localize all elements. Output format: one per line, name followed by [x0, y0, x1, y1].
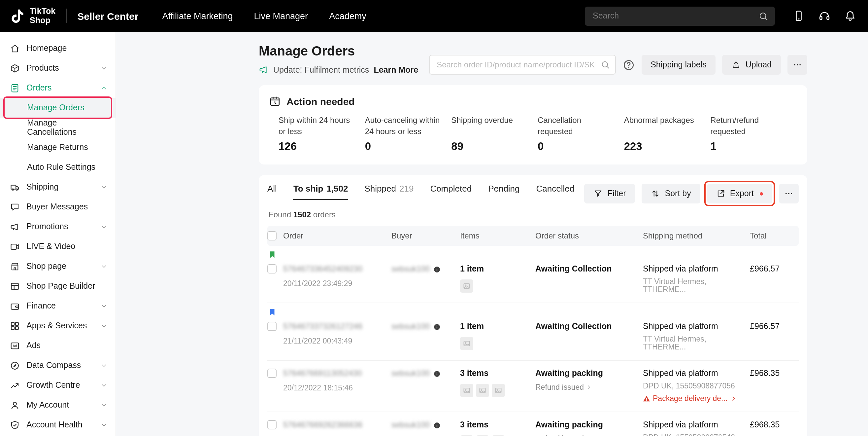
- nav-affiliate-marketing[interactable]: Affiliate Marketing: [162, 11, 233, 21]
- order-date: 21/11/2022 00:43:49: [283, 337, 385, 345]
- tab-cancelled[interactable]: Cancelled: [536, 184, 575, 201]
- more-button[interactable]: [779, 184, 799, 203]
- shipping-detail: DPD UK, 15505908876548: [643, 433, 743, 436]
- mobile-icon[interactable]: [793, 10, 805, 22]
- row-checkbox[interactable]: [267, 369, 277, 378]
- metric-return-refund-requested[interactable]: Return/refund requested 1: [710, 115, 797, 153]
- shipping-labels-button[interactable]: Shipping labels: [641, 55, 716, 75]
- order-id[interactable]: 576467337326127246: [283, 322, 385, 331]
- sidebar-item-label: Auto Rule Settings: [27, 163, 95, 172]
- sidebar-item-promotions[interactable]: Promotions: [0, 217, 116, 236]
- column-header-order: Order: [283, 231, 392, 240]
- info-icon[interactable]: [433, 370, 441, 378]
- metric-label: Ship within 24 hours or less: [279, 115, 357, 138]
- learn-more-link[interactable]: Learn More: [374, 65, 418, 74]
- sidebar-item-label: Products: [26, 63, 59, 73]
- topbar-divider: [66, 8, 67, 23]
- chevron-down-icon: [100, 401, 107, 409]
- sort-button[interactable]: Sort by: [642, 184, 700, 203]
- select-all-checkbox[interactable]: [267, 231, 277, 240]
- product-thumbnail[interactable]: [492, 384, 505, 397]
- items-cell: 3 items: [460, 420, 535, 436]
- shipping-method: Shipped via platform: [643, 322, 743, 331]
- tab-completed[interactable]: Completed: [430, 184, 472, 201]
- order-id[interactable]: 576467336452409230: [283, 264, 385, 273]
- nav-live-manager[interactable]: Live Manager: [254, 11, 308, 21]
- row-checkbox[interactable]: [267, 420, 277, 429]
- metric-ship-within-24h[interactable]: Ship within 24 hours or less 126: [279, 115, 365, 153]
- headset-icon[interactable]: [818, 10, 830, 22]
- tab-all[interactable]: All: [267, 184, 277, 201]
- sidebar-item-data-compass[interactable]: Data Compass: [0, 355, 116, 375]
- sidebar-item-shop-page[interactable]: Shop page: [0, 256, 116, 276]
- bell-icon[interactable]: [844, 10, 856, 22]
- metric-abnormal-packages[interactable]: Abnormal packages 223: [624, 115, 711, 153]
- sidebar-item-manage-returns[interactable]: Manage Returns: [0, 137, 116, 157]
- upload-button[interactable]: Upload: [722, 55, 781, 75]
- order-search-input[interactable]: [429, 55, 616, 75]
- sidebar-item-shop-page-builder[interactable]: Shop Page Builder: [0, 276, 116, 296]
- refund-issued-link[interactable]: Refund issued: [535, 383, 636, 391]
- info-icon[interactable]: [433, 323, 441, 331]
- megaphone-icon: [259, 65, 269, 75]
- package-delivery-warning[interactable]: Package delivery de...: [643, 395, 743, 402]
- order-id[interactable]: 576467669262366636: [283, 420, 385, 429]
- global-search-input[interactable]: [585, 6, 775, 25]
- tiktok-shop-logo[interactable]: TikTok Shop: [8, 7, 56, 25]
- help-icon[interactable]: [622, 58, 635, 71]
- filter-button[interactable]: Filter: [585, 184, 635, 203]
- sidebar-item-finance[interactable]: Finance: [0, 296, 116, 316]
- nav-academy[interactable]: Academy: [329, 11, 366, 21]
- row-checkbox[interactable]: [267, 264, 277, 273]
- tab-shipped[interactable]: Shipped 219: [365, 184, 414, 201]
- sidebar-item-label: Finance: [26, 301, 56, 311]
- sidebar-item-products[interactable]: Products: [0, 58, 116, 78]
- button-label: Shipping labels: [651, 60, 707, 69]
- sidebar-item-manage-orders[interactable]: Manage Orders: [0, 98, 116, 118]
- sidebar-item-manage-cancellations[interactable]: Manage Cancellations: [0, 118, 116, 137]
- bookmark-icon[interactable]: [268, 250, 277, 259]
- metric-auto-canceling[interactable]: Auto-canceling within 24 hours or less 0: [365, 115, 452, 153]
- info-icon[interactable]: [433, 421, 441, 429]
- status-cell: Awaiting Collection: [535, 322, 643, 331]
- shipping-cell: Shipped via platform DPD UK, 15505908877…: [643, 369, 750, 402]
- order-cell: 576467336452409230 20/11/2022 23:49:29: [283, 264, 392, 287]
- sidebar-item-homepage[interactable]: Homepage: [0, 38, 116, 58]
- bookmark-icon[interactable]: [268, 308, 277, 316]
- main-area: Manage Orders Update! Fulfilment metrics…: [116, 32, 868, 436]
- tab-to-ship[interactable]: To ship 1,502: [293, 184, 348, 201]
- product-thumbnail[interactable]: [460, 280, 473, 293]
- sidebar-item-live-video[interactable]: LIVE & Video: [0, 236, 116, 256]
- sidebar-item-ads[interactable]: Ad Ads: [0, 336, 116, 355]
- product-thumbnail[interactable]: [476, 384, 489, 397]
- nav-seller-center[interactable]: Seller Center: [77, 10, 138, 22]
- metric-shipping-overdue[interactable]: Shipping overdue 89: [451, 115, 538, 153]
- metric-cancellation-requested[interactable]: Cancellation requested 0: [538, 115, 624, 153]
- sidebar-item-my-account[interactable]: My Account: [0, 395, 116, 415]
- sidebar-item-shipping[interactable]: Shipping: [0, 177, 116, 197]
- order-id[interactable]: 576467669113052430: [283, 369, 385, 378]
- tab-label: All: [267, 184, 277, 194]
- refund-issued-link[interactable]: Refund issued: [535, 435, 636, 436]
- more-button[interactable]: [787, 55, 807, 75]
- tab-pending[interactable]: Pending: [488, 184, 520, 201]
- search-icon[interactable]: [758, 11, 768, 21]
- sidebar-item-buyer-messages[interactable]: Buyer Messages: [0, 197, 116, 217]
- info-icon[interactable]: [433, 265, 441, 273]
- chevron-down-icon: [100, 362, 107, 369]
- sidebar-item-auto-rule-settings[interactable]: Auto Rule Settings: [0, 157, 116, 177]
- row-checkbox[interactable]: [267, 322, 277, 331]
- sidebar-item-apps-services[interactable]: Apps & Services: [0, 316, 116, 336]
- card-title-text: Action needed: [286, 96, 355, 107]
- sidebar-item-account-health[interactable]: Account Health: [0, 415, 116, 435]
- sidebar-item-growth-centre[interactable]: Growth Centre: [0, 375, 116, 395]
- metric-label: Shipping overdue: [451, 115, 530, 138]
- sidebar-item-orders[interactable]: Orders: [0, 78, 116, 98]
- buyer-cell: sebsuk100: [392, 264, 460, 273]
- product-thumbnail[interactable]: [460, 337, 473, 350]
- sidebar-item-label: Shop page: [26, 262, 66, 271]
- product-thumbnail[interactable]: [460, 384, 473, 397]
- export-button[interactable]: Export: [707, 184, 772, 203]
- search-icon[interactable]: [600, 60, 610, 69]
- chevron-down-icon: [100, 421, 107, 428]
